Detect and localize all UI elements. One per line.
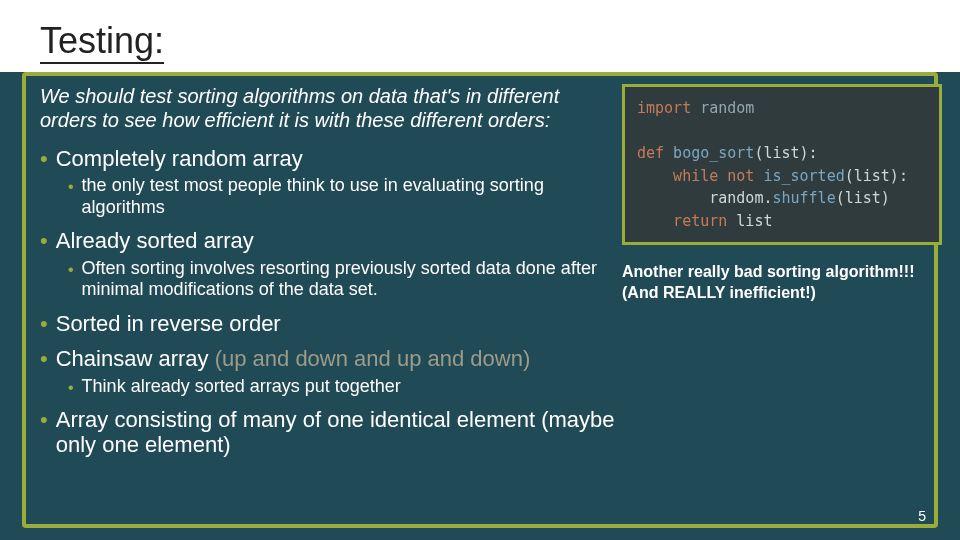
bullet-text: Sorted in reverse order: [56, 311, 281, 336]
code-line: while not is_sorted(list):: [637, 165, 927, 188]
bullet-icon: •: [40, 230, 48, 252]
code-panel: import random def bogo_sort(list): while…: [622, 84, 942, 245]
subbullet-text: the only test most people think to use i…: [82, 175, 620, 218]
bullet-text-main: Chainsaw array: [56, 346, 209, 371]
code-line: return list: [637, 210, 927, 233]
content-area: We should test sorting algorithms on dat…: [40, 84, 620, 468]
intro-text: We should test sorting algorithms on dat…: [40, 84, 620, 132]
code-line: random.shuffle(list): [637, 187, 927, 210]
bullet-icon: •: [40, 348, 48, 370]
bullet-icon: •: [40, 409, 48, 431]
slide: Testing: We should test sorting algorith…: [0, 0, 960, 540]
bullet-icon: •: [68, 179, 74, 195]
list-item: • Sorted in reverse order: [40, 311, 620, 336]
bullet-icon: •: [40, 313, 48, 335]
list-item: • Completely random array • the only tes…: [40, 146, 620, 218]
bullet-icon: •: [68, 380, 74, 396]
page-number: 5: [918, 508, 926, 524]
title-strip: Testing:: [0, 0, 960, 72]
bullet-icon: •: [40, 148, 48, 170]
code-line: def bogo_sort(list):: [637, 142, 927, 165]
code-line: [637, 120, 927, 143]
bullet-text: Completely random array: [56, 146, 303, 171]
code-caption: Another really bad sorting algorithm!!! …: [622, 262, 942, 304]
subbullet-text: Think already sorted arrays put together: [82, 376, 401, 398]
list-subitem: • the only test most people think to use…: [68, 175, 620, 218]
list-item: • Already sorted array • Often sorting i…: [40, 228, 620, 300]
code-line: import random: [637, 97, 927, 120]
bullet-text-dim: (up and down and up and down): [209, 346, 531, 371]
slide-title: Testing:: [40, 20, 164, 64]
bullet-icon: •: [68, 262, 74, 278]
bullet-list: • Completely random array • the only tes…: [40, 146, 620, 458]
bullet-text: Array consisting of many of one identica…: [56, 407, 620, 458]
bullet-text: Chainsaw array (up and down and up and d…: [56, 346, 531, 371]
list-subitem: • Think already sorted arrays put togeth…: [68, 376, 620, 398]
caption-line: (And REALLY inefficient!): [622, 283, 942, 304]
bullet-text: Already sorted array: [56, 228, 254, 253]
caption-line: Another really bad sorting algorithm!!!: [622, 262, 942, 283]
list-subitem: • Often sorting involves resorting previ…: [68, 258, 620, 301]
list-item: • Array consisting of many of one identi…: [40, 407, 620, 458]
list-item: • Chainsaw array (up and down and up and…: [40, 346, 620, 397]
subbullet-text: Often sorting involves resorting previou…: [82, 258, 620, 301]
